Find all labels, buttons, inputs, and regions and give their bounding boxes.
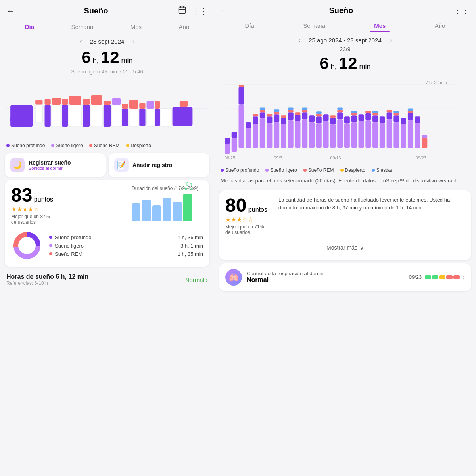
svg-rect-72: [288, 120, 294, 148]
sleep-breakdown: Sueño profundo 1 h, 36 min Sueño ligero …: [49, 233, 203, 258]
calendar-icon[interactable]: [178, 6, 186, 16]
svg-rect-16: [69, 96, 81, 105]
right-score-stars: ★★★☆☆: [225, 216, 273, 223]
next-date-right[interactable]: ›: [390, 36, 392, 44]
svg-rect-60: [260, 110, 265, 112]
breathing-date: 09/23: [409, 274, 422, 280]
more-icon-right[interactable]: ⋮⋮: [454, 6, 470, 15]
svg-rect-99: [344, 116, 350, 123]
dur-bar-2: [142, 200, 151, 221]
next-date-left[interactable]: ›: [132, 37, 134, 46]
duration-bars: 6 h12 min: [132, 194, 203, 221]
tab-dia-right[interactable]: Día: [241, 20, 258, 31]
left-header-icons: ⋮⋮: [178, 6, 208, 16]
svg-rect-7: [35, 100, 42, 105]
svg-text:09/23: 09/23: [416, 155, 426, 160]
breathing-left: 🫁 Control de la respiración al dormir No…: [225, 269, 324, 286]
chart-right-date: 23/9 Hora de levantarse 5:46: [159, 140, 205, 140]
tab-semana-left[interactable]: Semana: [67, 21, 97, 33]
left-header: ← Sueño ⋮⋮: [0, 0, 214, 19]
left-panel: ← Sueño ⋮⋮ Día Semana Mes Año ‹ 23 sept …: [0, 0, 214, 476]
back-button-right[interactable]: ←: [221, 6, 228, 15]
svg-rect-83: [309, 122, 315, 148]
tab-dia-left[interactable]: Día: [21, 21, 38, 33]
add-record-button[interactable]: 📝 Añadir registro: [109, 153, 209, 177]
tab-semana-right[interactable]: Semana: [299, 20, 329, 31]
tab-ano-right[interactable]: Año: [431, 20, 449, 31]
svg-rect-54: [246, 122, 251, 128]
svg-rect-52: [239, 85, 244, 87]
svg-rect-10: [45, 105, 51, 127]
svg-rect-35: [161, 109, 171, 126]
svg-rect-88: [316, 111, 322, 114]
duration-title: Duración del sueño (17/9–23/9): [132, 186, 203, 191]
svg-rect-59: [260, 112, 265, 118]
hours-chevron: ›: [206, 276, 208, 283]
hours-label: Horas de sueño 6 h, 12 min: [6, 273, 88, 280]
breath-bar-3: [439, 275, 445, 279]
score-left: 83 puntos ★★★★☆ Mejor que un 87% de usua…: [11, 186, 127, 225]
svg-rect-81: [302, 110, 307, 112]
right-month-chart: 7 h, 22 min: [219, 75, 471, 166]
right-score-compare: Mejor que un 71% de usuarios: [225, 224, 273, 235]
svg-rect-34: [155, 109, 160, 126]
breakdown-dot-profundo: [49, 236, 52, 239]
svg-rect-78: [295, 112, 301, 115]
svg-rect-74: [288, 110, 294, 112]
breathing-right: 09/23 ›: [409, 274, 465, 280]
right-score-card: 80 puntos ★★★☆☆ Mejor que un 71% de usua…: [219, 190, 471, 260]
show-more-button[interactable]: Mostrar más ∨: [225, 240, 465, 255]
right-score-right: La cantidad de horas de sueño ha fluctua…: [278, 196, 465, 235]
register-row: 🌙 Registrar sueño Sonidos al dormir 📝 Añ…: [5, 153, 209, 177]
svg-rect-101: [351, 115, 357, 122]
svg-rect-96: [337, 110, 343, 112]
info-text: Medias diarias para el mes seleccionado …: [214, 175, 476, 187]
svg-text:09/13: 09/13: [330, 155, 341, 160]
svg-rect-63: [267, 116, 273, 123]
back-button-left[interactable]: ←: [6, 6, 14, 15]
tab-ano-left[interactable]: Año: [175, 21, 194, 33]
svg-rect-36: [173, 107, 193, 126]
breakdown-rem: Sueño REM 1 h, 35 min: [49, 250, 203, 258]
svg-rect-70: [281, 118, 286, 124]
svg-rect-68: [274, 109, 279, 112]
add-record-label: Añadir registro: [132, 162, 172, 168]
legend-ligero-left: Sueño ligero: [51, 143, 83, 148]
breathing-card[interactable]: 🫁 Control de la respiración al dormir No…: [219, 263, 471, 291]
svg-rect-77: [295, 115, 301, 121]
svg-rect-56: [253, 116, 258, 124]
prev-date-left[interactable]: ‹: [80, 37, 82, 46]
prev-date-right[interactable]: ‹: [298, 36, 301, 44]
tab-mes-left[interactable]: Mes: [127, 21, 146, 33]
svg-rect-129: [415, 116, 420, 123]
breakdown-profundo: Sueño profundo 1 h, 36 min: [49, 233, 203, 242]
svg-rect-27: [129, 109, 138, 126]
left-sleep-chart: 22/9 Hora de dormir 23:34 23/9 Hora de l…: [6, 77, 208, 140]
svg-rect-122: [401, 124, 406, 148]
tab-mes-right[interactable]: Mes: [370, 20, 390, 31]
svg-rect-69: [281, 124, 286, 148]
svg-rect-93: [330, 115, 336, 118]
breakdown-dot-rem: [49, 252, 52, 255]
svg-rect-112: [372, 111, 378, 113]
breath-bar-5: [453, 275, 460, 279]
svg-rect-131: [422, 135, 427, 138]
register-sleep-button[interactable]: 🌙 Registrar sueño Sonidos al dormir: [5, 153, 106, 177]
svg-rect-79: [302, 119, 307, 148]
dur-bar-1: [132, 203, 140, 221]
hours-status-link[interactable]: Normal ›: [185, 276, 208, 283]
more-icon-left[interactable]: ⋮⋮: [192, 6, 208, 16]
right-tabs: Día Semana Mes Año: [214, 18, 476, 33]
breathing-chevron-icon: ›: [463, 274, 465, 280]
legend-dot-siestas-right: [372, 169, 375, 172]
svg-rect-50: [239, 105, 244, 148]
score-number-wrap: 83 puntos: [11, 186, 127, 205]
legend-dot-ligero-right: [265, 169, 269, 172]
svg-rect-9: [45, 99, 51, 105]
right-date-nav: ‹ 25 ago 2024 - 23 sept 2024 ›: [214, 33, 476, 46]
svg-rect-8: [35, 105, 42, 123]
legend-rem-left: Sueño REM: [89, 143, 120, 148]
legend-despierto-left: Despierto: [126, 143, 151, 148]
svg-rect-103: [351, 111, 357, 113]
svg-rect-24: [112, 98, 121, 105]
